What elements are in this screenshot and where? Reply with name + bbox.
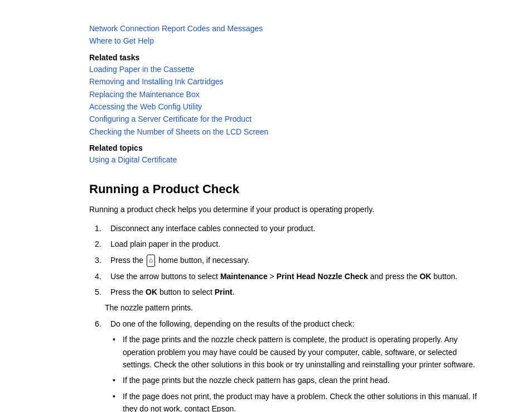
step-text-3: Press the ⌂ home button, if necessary.	[110, 254, 487, 267]
step-text-4: Use the arrow buttons to select Maintena…	[110, 270, 487, 282]
sub-bullet-text-2: If the page prints but the nozzle check …	[123, 374, 487, 386]
removing-installing-link[interactable]: Removing and Installing Ink Cartridges	[89, 75, 487, 88]
intro-paragraph: Running a product check helps you determ…	[89, 203, 487, 215]
loading-paper-link[interactable]: Loading Paper in the Cassette	[89, 63, 487, 75]
related-tasks-label: Related tasks	[89, 53, 487, 62]
related-tasks-section: Related tasks Loading Paper in the Casse…	[89, 53, 487, 138]
sub-bullet-1: • If the page prints and the nozzle chec…	[113, 333, 487, 371]
page-content: Network Connection Report Codes and Mess…	[0, 0, 532, 412]
related-topics-label: Related topics	[89, 143, 487, 152]
step-3: 3. Press the ⌂ home button, if necessary…	[95, 254, 487, 267]
accessing-web-link[interactable]: Accessing the Web Config Utility	[89, 100, 487, 113]
sub-bullets-list: • If the page prints and the nozzle chec…	[113, 333, 487, 412]
step-num-5: 5.	[95, 286, 110, 298]
top-links: Network Connection Report Codes and Mess…	[89, 22, 487, 47]
bullet-dot-3: •	[113, 390, 123, 412]
home-icon: ⌂	[147, 255, 155, 266]
step-num-1: 1.	[95, 222, 110, 234]
step-5: 5. Press the OK button to select Print.	[95, 286, 487, 298]
step-2: 2. Load plain paper in the product.	[95, 238, 487, 250]
sub-bullet-3: • If the page does not print, the produc…	[113, 390, 487, 412]
checking-number-link[interactable]: Checking the Number of Sheets on the LCD…	[89, 126, 487, 138]
configuring-server-link[interactable]: Configuring a Server Certificate for the…	[89, 113, 487, 125]
step-num-3: 3.	[95, 254, 110, 267]
sub-bullet-text-1: If the page prints and the nozzle check …	[123, 333, 487, 371]
step-6: 6. Do one of the following, depending on…	[95, 318, 487, 412]
replacing-maintenance-link[interactable]: Replacing the Maintenance Box	[89, 88, 487, 100]
page-title: Running a Product Check	[89, 182, 487, 197]
step-4: 4. Use the arrow buttons to select Maint…	[95, 270, 487, 282]
step-text-5: Press the OK button to select Print.	[110, 286, 487, 298]
step-text-1: Disconnect any interface cables connecte…	[110, 222, 487, 234]
nozzle-prints-text: The nozzle pattern prints.	[105, 301, 487, 314]
sub-bullet-2: • If the page prints but the nozzle chec…	[113, 374, 487, 386]
related-topics-section: Related topics Using a Digital Certifica…	[89, 143, 487, 166]
step-text-6: Do one of the following, depending on th…	[110, 318, 487, 412]
network-connection-link[interactable]: Network Connection Report Codes and Mess…	[89, 22, 487, 35]
using-digital-link[interactable]: Using a Digital Certificate	[89, 154, 487, 166]
step-num-2: 2.	[95, 238, 110, 250]
step-num-4: 4.	[95, 270, 110, 282]
steps-list: 1. Disconnect any interface cables conne…	[95, 222, 487, 298]
step-num-6: 6.	[95, 318, 110, 412]
bullet-dot-2: •	[113, 374, 123, 386]
step-text-2: Load plain paper in the product.	[110, 238, 487, 250]
bullet-dot-1: •	[113, 333, 123, 371]
step-1: 1. Disconnect any interface cables conne…	[95, 222, 487, 234]
sub-bullet-text-3: If the page does not print, the product …	[123, 390, 487, 412]
step-6-list: 6. Do one of the following, depending on…	[95, 318, 487, 412]
where-to-get-help-link[interactable]: Where to Get Help	[89, 35, 487, 47]
